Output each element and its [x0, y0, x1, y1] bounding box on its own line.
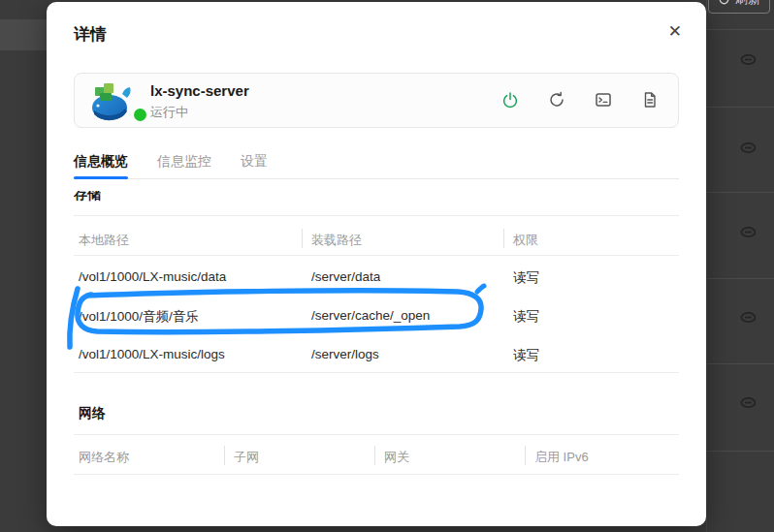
refresh-label: 刷新 [735, 0, 760, 8]
cell-local-path: /vol1/1000/LX-music/data [79, 269, 226, 284]
container-name: lx-sync-server [150, 82, 249, 99]
divider [74, 474, 679, 475]
cell-permission: 读写 [513, 308, 539, 326]
link-icon[interactable] [740, 396, 757, 409]
divider [74, 372, 679, 373]
divider [707, 192, 774, 193]
details-modal: 详情 ✕ lx-sync-server 运行中 [47, 2, 706, 526]
cell-local-path: /vol1/1000/LX-music/logs [79, 347, 225, 361]
docker-whale-app-icon [88, 78, 133, 123]
close-icon[interactable]: ✕ [668, 23, 682, 40]
column-divider [525, 446, 526, 465]
column-divider [503, 229, 504, 248]
power-icon[interactable] [501, 91, 519, 109]
container-status: 运行中 [150, 104, 188, 121]
modal-title: 详情 [74, 23, 107, 46]
col-header-gateway: 网关 [384, 449, 409, 466]
column-divider [302, 229, 303, 248]
cell-local-path: /vol1/1000/音频/音乐 [79, 308, 199, 326]
cell-mount-path: /server/cache/_open [311, 308, 430, 323]
container-actions [501, 91, 659, 109]
divider [74, 215, 679, 216]
col-header-mount-path: 装载路径 [311, 232, 362, 249]
refresh-icon [718, 0, 730, 6]
backdrop-side-panel: 刷新 [706, 0, 774, 532]
cell-permission: 读写 [513, 347, 539, 364]
screen: 刷新 详情 ✕ [0, 0, 774, 532]
link-icon[interactable] [740, 141, 757, 154]
col-header-local-path: 本地路径 [79, 232, 129, 249]
col-header-ipv6: 启用 IPv6 [534, 449, 589, 466]
link-icon[interactable] [740, 53, 757, 66]
col-header-network-name: 网络名称 [79, 449, 129, 466]
divider [707, 29, 774, 30]
restart-icon[interactable] [548, 91, 565, 109]
cell-permission: 读写 [513, 269, 539, 287]
network-section-title: 网络 [79, 405, 106, 422]
tab-info-monitor[interactable]: 信息监控 [157, 153, 211, 178]
tab-settings[interactable]: 设置 [241, 153, 268, 178]
tab-bar: 信息概览 信息监控 设置 [74, 153, 679, 179]
col-header-subnet: 子网 [234, 449, 259, 466]
storage-section-title: 存储 [74, 191, 101, 203]
divider [74, 255, 679, 256]
divider [707, 107, 774, 108]
status-dot [134, 109, 146, 121]
tab-info-overview[interactable]: 信息概览 [74, 153, 128, 178]
column-divider [224, 446, 225, 465]
divider [707, 363, 774, 364]
log-file-icon[interactable] [641, 91, 659, 109]
link-icon[interactable] [740, 311, 757, 324]
backdrop-row-highlight [0, 19, 47, 50]
divider [707, 451, 774, 452]
cell-mount-path: /server/data [311, 269, 380, 284]
col-header-permission: 权限 [513, 232, 538, 249]
divider [74, 434, 679, 435]
cell-mount-path: /server/logs [311, 347, 379, 361]
link-icon[interactable] [740, 226, 757, 238]
refresh-button[interactable]: 刷新 [708, 0, 770, 14]
terminal-icon[interactable] [595, 91, 612, 109]
column-divider [374, 446, 375, 465]
divider [707, 278, 774, 279]
container-card: lx-sync-server 运行中 [74, 73, 679, 128]
